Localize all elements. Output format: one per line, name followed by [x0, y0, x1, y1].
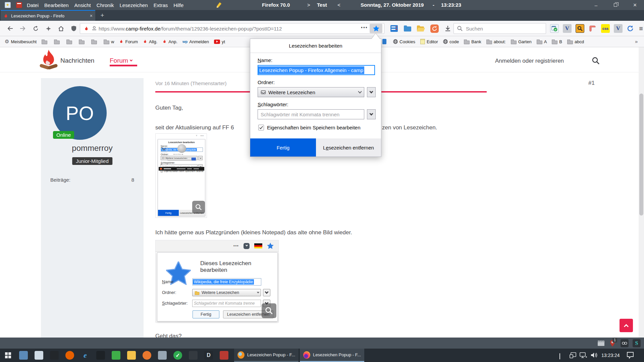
remove-bookmark-button[interactable]: Lesezeichen entfernen — [316, 138, 381, 157]
tray-s-icon[interactable]: S — [633, 339, 641, 347]
tags-input[interactable]: Schlagwörter mit Kommata trennen — [258, 109, 364, 119]
scrollbar-thumb[interactable] — [639, 94, 643, 216]
bookmark-b[interactable]: B — [552, 39, 562, 44]
tray-tablet-icon[interactable] — [570, 352, 576, 358]
taskbar-app-icon-13[interactable]: D — [204, 351, 213, 360]
tray-pin-badge-icon[interactable]: 1 — [608, 339, 616, 347]
extension-sync-arrows-icon[interactable] — [626, 24, 635, 33]
attachment-image-new-popup[interactable]: ˅ ••• Lesezeichen bearbeiten W WIKIPEDIA… — [155, 133, 207, 218]
nav-nachrichten[interactable]: Nachrichten — [60, 57, 94, 64]
bookmark-meistbesucht[interactable]: ⚙Meistbesucht — [5, 39, 37, 45]
open-folder-icon[interactable] — [417, 24, 425, 33]
tray-binoculars-icon[interactable] — [621, 339, 629, 347]
extension-v2-icon[interactable]: V — [614, 24, 623, 33]
back-icon[interactable] — [6, 24, 14, 33]
shield-icon[interactable] — [70, 24, 78, 33]
bookmark-bank[interactable]: Bank — [464, 39, 481, 44]
menu-chronik[interactable]: Chronik — [97, 2, 114, 8]
hamburger-menu-icon[interactable]: ≡ — [637, 24, 644, 33]
zoom-badge-icon[interactable] — [262, 303, 276, 318]
extension-css-icon[interactable]: css — [601, 24, 610, 33]
minimize-button[interactable]: – — [590, 0, 602, 10]
nav-forum[interactable]: Forum — [110, 57, 132, 64]
bookmarks-overflow-icon[interactable]: » — [635, 39, 638, 44]
username-link[interactable]: pommerroy — [41, 143, 144, 153]
name-input[interactable]: Lesezeichen Popup - Firefox Allgemein - … — [258, 65, 375, 75]
post-number-link[interactable]: #1 — [568, 80, 595, 86]
bookmark-folder[interactable] — [42, 39, 49, 44]
header-search-icon[interactable] — [592, 57, 599, 64]
taskbar-window-2-active[interactable]: Lesezeichen Popup - F... — [300, 349, 364, 362]
attachment-image-old-popup[interactable]: ••• Dieses Lesezeichen bearbeiten Name: … — [155, 240, 279, 322]
checkbox-checked[interactable] — [258, 125, 264, 130]
taskbar-app-icon-firefox-old[interactable] — [65, 351, 74, 360]
url-text[interactable]: https://www.camp-firefox.de/forum/thema/… — [99, 26, 354, 32]
extension-v1-icon[interactable]: V — [563, 24, 572, 33]
home-icon[interactable] — [57, 24, 65, 33]
folder-expand-button[interactable] — [367, 87, 376, 97]
sync-tile-icon[interactable] — [430, 24, 439, 33]
active-tab[interactable]: Lesezeichen Popup - Firefo × — [1, 10, 95, 21]
extension-magnifier-icon[interactable] — [576, 24, 584, 33]
menu-datei[interactable]: Datei — [27, 2, 39, 8]
taskbar-app-icon-10[interactable] — [158, 351, 167, 360]
action-center-icon[interactable] — [627, 352, 634, 359]
taskbar-app-icon-explorer[interactable] — [127, 351, 136, 360]
taskbar-app-icon-2[interactable] — [35, 351, 43, 360]
taskbar-app-icon-3[interactable] — [50, 351, 59, 360]
tags-expand-button[interactable] — [367, 109, 376, 119]
bookmark-a[interactable]: A — [537, 39, 547, 44]
tab-close-icon[interactable]: × — [90, 13, 93, 18]
taskbar-app-icon-ie[interactable]: e — [81, 351, 90, 360]
close-button[interactable]: × — [629, 0, 641, 10]
bookmark-anmelden[interactable]: wpAnmelden — [182, 39, 209, 44]
taskbar-app-icon-12[interactable] — [189, 351, 198, 360]
folder-select[interactable]: Weitere Lesezeichen — [258, 87, 364, 97]
bookmark-folder[interactable] — [66, 39, 74, 44]
tray-clapper-icon[interactable] — [597, 339, 605, 347]
taskbar-app-icon-check[interactable]: ✓ — [173, 351, 182, 360]
bookmark-abcd[interactable]: abcd — [567, 39, 584, 44]
page-scrollbar[interactable] — [639, 47, 644, 338]
url-bar[interactable]: https://www.camp-firefox.de/forum/thema/… — [80, 23, 384, 34]
forward-icon[interactable] — [19, 24, 27, 33]
bookmark-folder[interactable] — [91, 39, 99, 44]
bookmark-editor[interactable]: Editor — [420, 39, 438, 44]
tray-network-icon[interactable] — [580, 352, 587, 358]
menu-hilfe[interactable]: Hilfe — [173, 2, 183, 8]
bookmark-code[interactable]: code — [443, 39, 459, 44]
taskbar-app-icon-1[interactable] — [19, 351, 28, 360]
bookmark-anp[interactable]: Anp. — [162, 39, 177, 44]
new-tab-button[interactable]: + — [98, 11, 107, 19]
bookmark-yt[interactable]: yt — [214, 39, 225, 44]
bookmarks-sidebar-icon[interactable] — [390, 24, 398, 33]
download-icon[interactable] — [443, 24, 452, 33]
taskbar-clock[interactable]: 13:23:24 — [601, 349, 620, 362]
bookmark-about[interactable]: about: — [486, 39, 506, 44]
taskbar-app-icon-7[interactable] — [112, 351, 120, 360]
menu-extras[interactable]: Extras — [154, 2, 168, 8]
tray-speaker-icon[interactable] — [590, 352, 598, 358]
taskbar-app-icon-14[interactable] — [220, 351, 228, 360]
start-button[interactable] — [0, 349, 16, 362]
menu-ansicht[interactable]: Ansicht — [74, 2, 91, 8]
bookmark-garten[interactable]: Garten — [511, 39, 532, 44]
restore-button[interactable] — [610, 0, 621, 10]
done-button[interactable]: Fertig — [250, 138, 316, 157]
menu-lesezeichen[interactable]: Lesezeichen — [119, 2, 148, 8]
extension-calendar-check-icon[interactable] — [550, 24, 559, 33]
taskbar-window-1[interactable]: Lesezeichen Popup - F... — [234, 349, 299, 362]
tray-expand-icon[interactable] — [559, 353, 560, 359]
bookmark-folder[interactable] — [79, 39, 86, 44]
bookmark-star-button[interactable] — [370, 24, 382, 33]
menu-bearbeiten[interactable]: Bearbeiten — [44, 2, 69, 8]
reload-icon[interactable] — [32, 24, 40, 33]
campfire-logo[interactable] — [39, 49, 58, 71]
scroll-to-top-button[interactable] — [620, 319, 633, 332]
bookmark-folder-w[interactable]: w — [104, 39, 114, 44]
session-manager-icon[interactable]: ★ — [5, 2, 11, 8]
bookmark-cookies[interactable]: Cookies — [393, 39, 415, 44]
zoom-badge-icon[interactable] — [192, 201, 205, 214]
taskbar-app-icon-6[interactable] — [96, 351, 105, 360]
taskbar-app-icon-9[interactable] — [143, 351, 151, 360]
